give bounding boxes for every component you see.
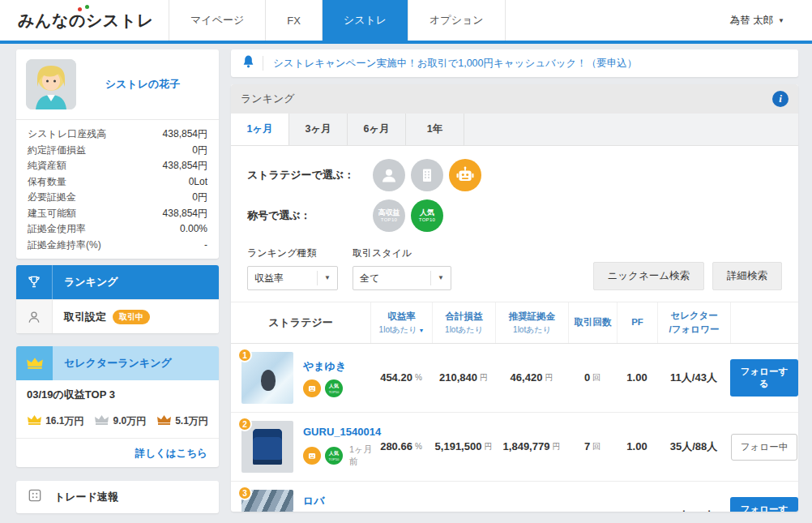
strategy-type-building-button[interactable] bbox=[411, 159, 443, 191]
trade-style-label: 取引スタイル bbox=[353, 246, 451, 260]
nickname-search-button[interactable]: ニックネーム検索 bbox=[593, 262, 704, 290]
col-header-return-rate[interactable]: 収益率 1lotあたり▼ bbox=[370, 302, 432, 343]
trading-status-badge: 取引中 bbox=[113, 310, 150, 324]
trophy-icon bbox=[16, 265, 53, 299]
profile-card: シストレの花子 シストレ口座残高438,854円 約定評価損益0円 純資産額43… bbox=[16, 49, 219, 259]
detail-search-button[interactable]: 詳細検索 bbox=[712, 262, 782, 290]
rank-badge: 1 bbox=[237, 348, 252, 362]
chevron-down-icon: ▼ bbox=[778, 17, 784, 24]
app-logo[interactable]: みんなのシストレ bbox=[0, 0, 169, 41]
robot-badge-icon bbox=[303, 447, 321, 465]
main-nav: マイページ FX シストレ オプション bbox=[169, 0, 506, 41]
nav-tab-fx[interactable]: FX bbox=[265, 0, 322, 41]
account-stats: シストレ口座残高438,854円 約定評価損益0円 純資産額438,854円 保… bbox=[16, 119, 219, 259]
selector-top3: 16.1万円 9.0万円 5.1万円 bbox=[16, 408, 219, 438]
strategy-name-link[interactable]: やまゆき bbox=[303, 359, 346, 374]
sidebar-item-ranking[interactable]: ランキング bbox=[16, 265, 219, 299]
panel-title: ランキング bbox=[241, 92, 295, 106]
top-bar: みんなのシストレ マイページ FX シストレ オプション 為替 太郎 ▼ bbox=[0, 0, 812, 41]
main-area: シストレキャンペーン実施中！お取引で1,000円キャッシュバック！（要申込） ラ… bbox=[231, 49, 798, 513]
tab-1year[interactable]: 1年 bbox=[406, 114, 464, 145]
ranking-table-header: ストラテジー 収益率 1lotあたり▼ 合計損益 1lotあたり 推奨証拠金 1… bbox=[231, 302, 798, 344]
stat-row: 証拠金使用率0.00% bbox=[28, 221, 207, 238]
gold-crown-icon bbox=[27, 414, 42, 428]
tab-1month[interactable]: 1ヶ月 bbox=[231, 114, 289, 145]
bell-icon bbox=[242, 55, 254, 71]
notification-link[interactable]: シストレキャンペーン実施中！お取引で1,000円キャッシュバック！（要申込） bbox=[273, 57, 637, 71]
strategy-type-person-button[interactable] bbox=[373, 159, 405, 191]
top3-bronze: 5.1万円 bbox=[156, 414, 208, 428]
selector-ranking-header[interactable]: セレクターランキング bbox=[16, 346, 219, 380]
chevron-down-icon: ▼ bbox=[430, 271, 444, 285]
robot-badge-icon bbox=[303, 379, 321, 397]
user-name: 為替 太郎 bbox=[730, 14, 773, 28]
strategy-type-robot-button[interactable] bbox=[449, 159, 481, 191]
filters-area: ストラテジーで選ぶ： 称号で選ぶ： bbox=[231, 146, 798, 302]
table-row: 1 やまゆき 人気TOP10 bbox=[231, 344, 798, 413]
profile-name: シストレの花子 bbox=[76, 77, 209, 92]
crown-icon bbox=[16, 346, 53, 380]
logo-text: みんなのシストレ bbox=[18, 10, 154, 32]
title-filter-label: 称号で選ぶ： bbox=[247, 208, 373, 223]
col-header-total-pl: 合計損益 1lotあたり bbox=[432, 302, 495, 343]
popular-badge-icon: 人気TOP10 bbox=[325, 447, 343, 465]
sidebar-menu: ランキング 取引設定 取引中 bbox=[16, 265, 219, 333]
top3-gold: 16.1万円 bbox=[27, 414, 83, 428]
ranking-type-label: ランキング種類 bbox=[247, 246, 338, 260]
stat-row: 必要証拠金0円 bbox=[28, 190, 207, 206]
stat-row: 建玉可能額438,854円 bbox=[28, 206, 207, 222]
strategy-name-link[interactable]: GURU_1540014 bbox=[303, 426, 381, 438]
sidebar-item-trade-settings[interactable]: 取引設定 取引中 bbox=[16, 299, 219, 333]
follow-button[interactable]: フォローする bbox=[730, 497, 798, 512]
avatar bbox=[26, 59, 76, 109]
nav-tab-mypage[interactable]: マイページ bbox=[169, 0, 265, 41]
tab-3months[interactable]: 3ヶ月 bbox=[289, 114, 348, 145]
badge-popular-top10-button[interactable]: 人気TOP10 bbox=[411, 199, 443, 232]
stat-row: シストレ口座残高438,854円 bbox=[28, 126, 207, 143]
ranking-panel: ランキング i 1ヶ月 3ヶ月 6ヶ月 1年 ストラテジーで選ぶ： bbox=[231, 84, 798, 512]
nav-tab-option[interactable]: オプション bbox=[408, 0, 506, 41]
col-header-recommended-margin: 推奨証拠金 1lotあたり bbox=[495, 302, 568, 343]
follow-button[interactable]: フォローする bbox=[730, 359, 798, 397]
period-tabs: 1ヶ月 3ヶ月 6ヶ月 1年 bbox=[231, 114, 798, 146]
stat-row: 保有数量0Lot bbox=[28, 174, 207, 191]
selector-ranking-details-link[interactable]: 詳しくはこちら bbox=[135, 448, 207, 459]
following-button[interactable]: フォロー中 bbox=[731, 434, 797, 461]
grid-icon bbox=[27, 487, 43, 507]
sidebar-item-trade-flash[interactable]: トレード速報 bbox=[16, 481, 219, 513]
strategy-filter-label: ストラテジーで選ぶ： bbox=[247, 168, 373, 182]
col-header-action bbox=[730, 302, 798, 343]
ranking-type-select[interactable]: 収益率 ▼ bbox=[247, 266, 338, 290]
bronze-crown-icon bbox=[156, 414, 172, 428]
silver-crown-icon bbox=[94, 414, 109, 428]
stat-row: 純資産額438,854円 bbox=[28, 158, 207, 174]
sort-desc-icon: ▼ bbox=[418, 328, 424, 333]
popular-badge-icon: 人気TOP10 bbox=[325, 379, 343, 397]
col-header-pf: PF bbox=[617, 302, 657, 343]
trade-style-select[interactable]: 全て ▼ bbox=[353, 266, 451, 290]
table-row: 3 ロバ 人気TOP10 5日前 bbox=[231, 482, 798, 512]
rank-badge: 2 bbox=[237, 417, 252, 431]
ranking-panel-header: ランキング i bbox=[231, 84, 798, 114]
logo-dot-green-icon bbox=[85, 5, 89, 9]
app-window: みんなのシストレ マイページ FX シストレ オプション 為替 太郎 ▼ bbox=[0, 0, 812, 523]
rank-badge: 3 bbox=[237, 486, 252, 500]
col-header-selector-follower: セレクター /フォロワー bbox=[657, 302, 730, 343]
ranking-type-group: ランキング種類 収益率 ▼ bbox=[247, 246, 338, 290]
info-icon[interactable]: i bbox=[772, 91, 788, 107]
badge-high-return-top10-button[interactable]: 高収益TOP10 bbox=[373, 199, 405, 232]
notification-divider bbox=[263, 56, 263, 71]
nav-tab-systore[interactable]: シストレ bbox=[322, 0, 408, 41]
top3-silver: 9.0万円 bbox=[94, 414, 146, 428]
tab-6months[interactable]: 6ヶ月 bbox=[348, 114, 406, 145]
sidebar: シストレの花子 シストレ口座残高438,854円 約定評価損益0円 純資産額43… bbox=[16, 49, 219, 513]
logo-dot-red-icon bbox=[78, 7, 82, 11]
person-icon bbox=[16, 300, 53, 333]
table-row: 2 GURU_1540014 人気TOP10 1 bbox=[231, 413, 798, 482]
user-account-menu[interactable]: 為替 太郎 ▼ bbox=[730, 0, 812, 41]
stat-row: 証拠金維持率(%)- bbox=[28, 238, 207, 254]
col-header-strategy: ストラテジー bbox=[231, 302, 370, 343]
strategy-name-link[interactable]: ロバ bbox=[303, 494, 370, 508]
notification-banner: シストレキャンペーン実施中！お取引で1,000円キャッシュバック！（要申込） bbox=[231, 49, 798, 77]
col-header-trade-count: 取引回数 bbox=[568, 302, 617, 343]
